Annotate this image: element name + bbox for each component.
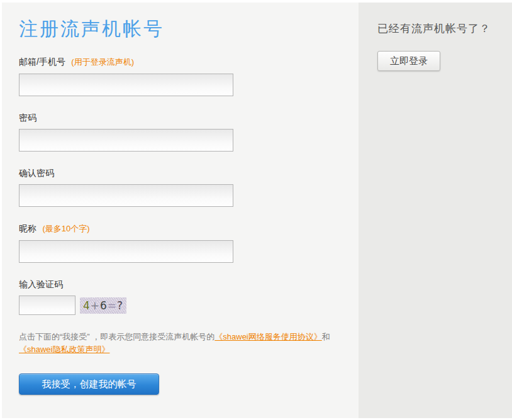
nickname-label: 昵称 [19,223,36,233]
account-hint: (用于登录流声机) [71,57,134,67]
privacy-policy-link[interactable]: 《shawei隐私政策声明》 [19,345,109,354]
captcha-char: 6 [100,299,108,312]
page-title: 注册流声机帐号 [19,18,359,40]
field-confirm-password: 确认密码 [19,168,359,207]
captcha-row: 4 + 6 = ? [19,296,359,315]
login-sidebar: 已经有流声机帐号了？ 立即登录 [359,3,512,418]
login-now-button[interactable]: 立即登录 [377,51,440,71]
nickname-input[interactable] [19,240,233,263]
confirm-password-label-row: 确认密码 [19,168,359,178]
account-input[interactable] [19,74,233,96]
nickname-hint: (最多10个字) [42,224,89,233]
account-label-row: 邮箱/手机号 (用于登录流声机) [19,57,359,67]
agreement-text: 点击下面的“我接受” ，即表示您同意接受流声机帐号的《shawei网络服务使用协… [19,331,343,356]
agreement-conjunction: 和 [322,332,330,341]
captcha-image[interactable]: 4 + 6 = ? [80,297,126,314]
captcha-char: ? [117,299,123,312]
nickname-label-row: 昵称 (最多10个字) [19,223,359,234]
captcha-char: 4 [83,299,91,312]
captcha-label-row: 输入验证码 [19,279,359,289]
captcha-label: 输入验证码 [19,279,63,289]
agreement-prefix: 点击下面的“我接受” ，即表示您同意接受流声机帐号的 [19,332,214,341]
account-label: 邮箱/手机号 [19,57,65,67]
registration-page: 注册流声机帐号 邮箱/手机号 (用于登录流声机) 密码 确认密码 昵称 (最多1… [2,3,512,418]
terms-of-service-link[interactable]: 《shawei网络服务使用协议》 [214,332,321,341]
accept-create-account-button[interactable]: 我接受，创建我的帐号 [19,373,159,395]
password-input[interactable] [19,129,233,152]
confirm-password-label: 确认密码 [19,168,54,178]
field-nickname: 昵称 (最多10个字) [19,223,359,263]
captcha-input[interactable] [19,296,75,315]
already-have-account-heading: 已经有流声机帐号了？ [377,21,512,36]
confirm-password-input[interactable] [19,184,233,207]
captcha-char: = [108,299,117,312]
captcha-char: + [91,299,100,312]
field-account: 邮箱/手机号 (用于登录流声机) [19,57,359,96]
password-label-row: 密码 [19,113,359,123]
password-label: 密码 [19,113,36,123]
field-captcha: 输入验证码 4 + 6 = ? [19,279,359,315]
registration-form-panel: 注册流声机帐号 邮箱/手机号 (用于登录流声机) 密码 确认密码 昵称 (最多1… [2,3,359,418]
field-password: 密码 [19,113,359,152]
